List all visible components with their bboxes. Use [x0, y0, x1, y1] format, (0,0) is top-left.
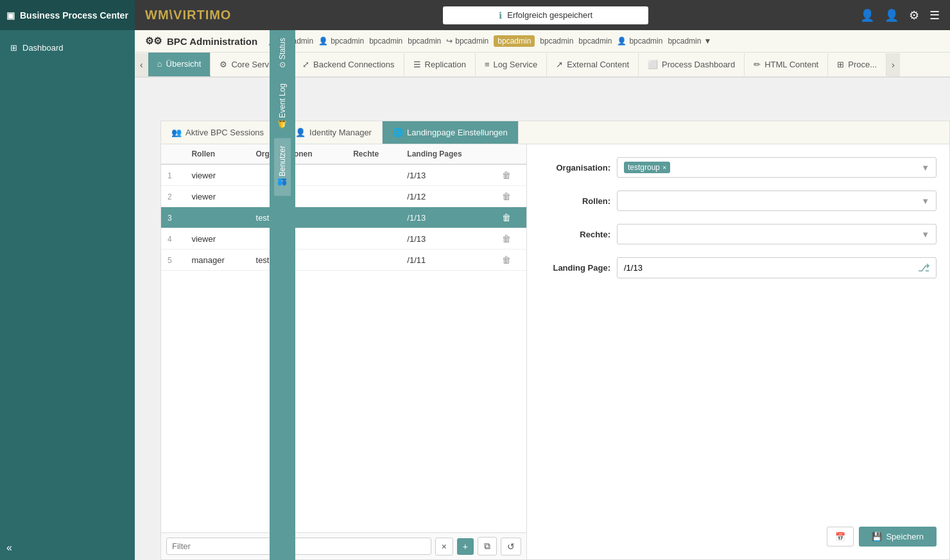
table-row[interactable]: 1 viewer /1/13 🗑 [161, 164, 526, 186]
sidebar-logo-icon: ▣ [6, 10, 15, 21]
organisation-tag-close[interactable]: × [662, 164, 666, 171]
organisation-dropdown-arrow[interactable]: ▼ [921, 163, 929, 173]
filter-add-button[interactable]: + [457, 538, 474, 555]
rollen-dropdown-arrow[interactable]: ▼ [921, 196, 929, 206]
table-row[interactable]: 5 manager testgroup /1/11 🗑 [161, 250, 526, 271]
delete-row-3-button[interactable]: 🗑 [502, 212, 511, 223]
tab-log-service[interactable]: ≡ Log Service [476, 53, 547, 76]
rechte-input[interactable]: ▼ [617, 224, 937, 244]
landing-page-input[interactable]: /1/13 ⎇ [617, 257, 937, 278]
save-button[interactable]: 💾 Speichern [859, 527, 937, 547]
form-row-organisation: Organisation: testgroup × ▼ [540, 157, 937, 178]
landingpage-icon: 🌐 [393, 128, 403, 137]
delete-row-1-button[interactable]: 🗑 [502, 170, 511, 180]
sitemap-icon[interactable]: ⎇ [918, 262, 929, 274]
notification-text: Erfolgreich gespeichert [507, 10, 592, 20]
main-content: WM\VIRTIMO ℹ Erfolgreich gespeichert 👤 👤… [135, 0, 950, 560]
delete-row-4-button[interactable]: 🗑 [502, 233, 511, 244]
filter-input[interactable] [166, 538, 431, 555]
gear-icon: ⚙⚙ [145, 35, 162, 47]
menu-icon[interactable]: ☰ [929, 8, 940, 22]
user-icon-1[interactable]: 👤 [860, 8, 874, 22]
bpc-user-9[interactable]: 👤 bpcadmin [617, 37, 662, 46]
data-table-container: Rollen Organisationen Rechte Landing Pag… [161, 144, 526, 532]
bpc-user-5[interactable]: ↪ bpcadmin [446, 37, 488, 46]
bpc-user-8[interactable]: bpcadmin [578, 37, 612, 46]
bpc-user-4[interactable]: bpcadmin [408, 37, 441, 46]
filter-refresh-button[interactable]: ↺ [501, 538, 521, 556]
settings-icon[interactable]: ⚙ [909, 8, 919, 22]
delete-row-2-button[interactable]: 🗑 [502, 191, 511, 201]
user-icon: 👤 [617, 37, 626, 46]
table-row[interactable]: 4 viewer /1/13 🗑 [161, 228, 526, 250]
form-row-landing-page: Landing Page: /1/13 ⎇ [540, 257, 937, 278]
rechte-label: Rechte: [540, 230, 610, 239]
rollen-label: Rollen: [540, 196, 610, 206]
nav-next-arrow[interactable]: › [886, 53, 900, 76]
pencil-icon: ✏ [754, 60, 761, 69]
vsidebar-eventlog-icon: 🔔 [278, 121, 287, 130]
tab-proce[interactable]: ⊞ Proce... [828, 53, 886, 76]
sidebar-item-dashboard[interactable]: ⊞ Dashboard [0, 37, 135, 59]
topbar-center: ℹ Erfolgreich gespeichert [231, 6, 860, 24]
organisation-tag: testgroup × [624, 162, 670, 173]
bpc-title-text: BPC Administration [167, 36, 257, 47]
sessions-icon: 👥 [171, 128, 182, 137]
organisation-input[interactable]: testgroup × ▼ [617, 157, 937, 178]
col-rollen: Rollen [185, 144, 249, 164]
sidebar-collapse-button[interactable]: « [6, 542, 12, 554]
success-notification: ℹ Erfolgreich gespeichert [443, 6, 648, 24]
calendar-button[interactable]: 📅 [827, 527, 854, 547]
bpc-user-6-active[interactable]: bpcadmin [494, 35, 535, 47]
user-label: bpcadmin [540, 37, 573, 46]
table-row[interactable]: 2 viewer /1/12 🗑 [161, 186, 526, 207]
user-label: bpcadmin [668, 37, 701, 46]
tab-process-dashboard[interactable]: ⬜ Process Dashboard [639, 53, 745, 76]
sub-tab-aktive-sessions[interactable]: 👥 Aktive BPC Sessions [161, 121, 275, 144]
sidebar-title: Business Process Center [20, 10, 128, 21]
tab-external-content[interactable]: ↗ External Content [547, 53, 639, 76]
sub-tab-landingpage[interactable]: 🌐 Landingpage Einstellungen [383, 121, 519, 144]
delete-row-5-button[interactable]: 🗑 [502, 255, 511, 265]
user-icon-2[interactable]: 👤 [885, 8, 899, 22]
landingpage-table: Rollen Organisationen Rechte Landing Pag… [161, 144, 526, 271]
col-actions [496, 144, 526, 164]
save-buttons: 📅 💾 Speichern [827, 527, 937, 547]
bpc-user-7[interactable]: bpcadmin [540, 37, 573, 46]
organisation-label: Organisation: [540, 163, 610, 173]
filter-copy-button[interactable]: ⧉ [478, 537, 497, 556]
bpc-user-2[interactable]: 👤 bpcadmin [318, 37, 364, 46]
tab-backend-connections[interactable]: ⤢ Backend Connections [293, 53, 404, 76]
vsidebar-tab-benutzer[interactable]: 👥 Benutzer [274, 138, 291, 196]
col-landing-pages: Landing Pages [401, 144, 496, 164]
nav-prev-arrow[interactable]: ‹ [135, 53, 148, 76]
more-arrow: ▼ [704, 37, 711, 46]
tab-uebersicht[interactable]: ⌂ Übersicht [148, 53, 211, 76]
form-row-rollen: Rollen: ▼ [540, 191, 937, 211]
filter-clear-button[interactable]: × [435, 538, 453, 556]
user-label: bpcadmin [455, 37, 488, 46]
vsidebar-tab-event-log[interactable]: 🔔 Event Log [274, 76, 291, 137]
bpc-user-3[interactable]: bpcadmin [369, 37, 402, 46]
topbar-logo: WM\VIRTIMO [145, 8, 231, 22]
rechte-dropdown-arrow[interactable]: ▼ [921, 230, 929, 239]
bpc-user-10[interactable]: bpcadmin ▼ [668, 37, 711, 46]
cog-icon: ⚙ [220, 60, 227, 69]
tab-replication[interactable]: ☰ Replication [404, 53, 476, 76]
success-icon: ℹ [499, 10, 502, 21]
col-num [161, 144, 185, 164]
nav-tabs: ‹ ⌂ Übersicht ⚙ Core Services ⤢ Backend … [135, 53, 950, 78]
col-organisationen: Organisationen [250, 144, 347, 164]
landing-page-value: /1/13 [624, 263, 643, 273]
bpc-users-list: 👤 bpcadmin 👤 bpcadmin bpcadmin bpcadmin … [268, 35, 940, 47]
vertical-sidebar: ⊙ Status 🔔 Event Log 👥 Benutzer [270, 30, 295, 560]
landing-page-label: Landing Page: [540, 263, 610, 273]
save-icon: 💾 [872, 532, 882, 541]
vsidebar-tab-status[interactable]: ⊙ Status [274, 30, 291, 76]
sidebar-nav: ⊞ Dashboard [0, 30, 135, 65]
tab-html-content[interactable]: ✏ HTML Content [745, 53, 828, 76]
list-icon: ☰ [413, 60, 421, 69]
rollen-input[interactable]: ▼ [617, 191, 937, 211]
table-row-selected[interactable]: 3 testgroup /1/13 🗑 [161, 207, 526, 228]
left-sidebar: ▣ Business Process Center ⊞ Dashboard « [0, 0, 135, 560]
